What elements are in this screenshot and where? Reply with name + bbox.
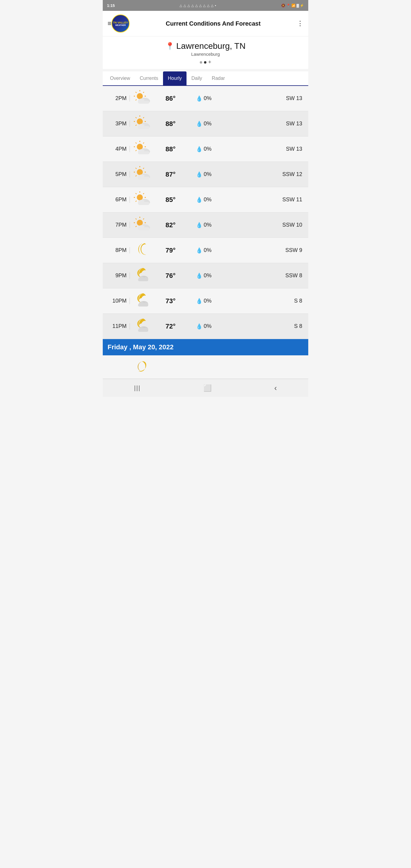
back-button[interactable]: |||	[134, 384, 141, 392]
svg-line-71	[143, 218, 144, 219]
svg-line-20	[135, 125, 136, 126]
app-header: ≡ TN VALLEY WEATHER Current Conditions A…	[103, 11, 308, 36]
hour-temp: 79°	[154, 247, 187, 254]
precip-value: 0%	[204, 121, 212, 127]
precip-value: 0%	[204, 273, 212, 279]
svg-rect-90	[138, 329, 148, 332]
svg-line-18	[135, 117, 136, 118]
rain-drop-icon: 💧	[196, 146, 202, 153]
hour-wind: SSW 8	[220, 273, 306, 279]
hourly-row: 7PM 82° 💧 0% SSW 10	[103, 213, 308, 238]
tab-hourly[interactable]: Hourly	[163, 71, 187, 85]
svg-line-7	[135, 99, 136, 100]
rain-drop-icon: 💧	[196, 222, 202, 228]
hour-icon	[130, 317, 154, 335]
hour-wind: SSW 12	[220, 171, 306, 178]
hour-precip: 💧 0%	[187, 196, 220, 203]
hour-icon	[130, 165, 154, 183]
hourly-row: 3PM 88° 💧 0% SW 13	[103, 111, 308, 136]
hour-temp: 82°	[154, 221, 187, 229]
tabs-bar: Overview Currents Hourly Daily Radar	[103, 71, 308, 86]
hour-wind: SSW 9	[220, 247, 306, 253]
precip-value: 0%	[204, 323, 212, 330]
hour-time: 2PM	[103, 95, 130, 101]
precip-value: 0%	[204, 95, 212, 101]
location-section: 📍 Lawrenceburg, TN Lawrenceburg +	[103, 36, 308, 69]
location-dots: +	[103, 59, 308, 65]
rain-drop-icon: 💧	[196, 323, 202, 330]
rain-drop-icon: 💧	[196, 171, 202, 178]
hour-time: 5PM	[103, 171, 130, 178]
svg-line-33	[135, 150, 136, 151]
svg-rect-86	[138, 304, 148, 307]
svg-line-59	[135, 201, 136, 202]
hour-precip: 💧 0%	[187, 222, 220, 228]
hour-icon	[130, 191, 154, 209]
svg-line-70	[135, 218, 136, 219]
forward-button[interactable]: ‹	[274, 383, 277, 393]
svg-rect-51	[138, 177, 150, 180]
rain-drop-icon: 💧	[196, 121, 202, 127]
hour-icon	[130, 216, 154, 234]
rain-drop-icon: 💧	[196, 95, 202, 102]
svg-line-44	[135, 168, 136, 169]
hour-temp: 88°	[154, 145, 187, 153]
location-dot-1[interactable]	[200, 61, 202, 64]
tab-radar[interactable]: Radar	[207, 71, 230, 85]
svg-line-6	[143, 92, 144, 93]
next-hour-icon	[130, 359, 154, 375]
hour-wind: SW 13	[220, 121, 306, 127]
hour-temp: 85°	[154, 196, 187, 204]
hamburger-menu-icon[interactable]: ≡	[107, 20, 112, 27]
hourly-row: 11PM 72° 💧 0% S 8	[103, 314, 308, 339]
precip-value: 0%	[204, 171, 212, 178]
hour-temp: 73°	[154, 297, 187, 305]
status-alerts: △ △ △ △ △ △ △ △ △ •	[180, 4, 216, 7]
location-dot-2[interactable]	[204, 61, 207, 64]
svg-rect-64	[138, 202, 150, 205]
hour-precip: 💧 0%	[187, 298, 220, 304]
hour-temp: 76°	[154, 272, 187, 280]
hour-time: 8PM	[103, 247, 130, 253]
rain-drop-icon: 💧	[196, 196, 202, 203]
precip-value: 0%	[204, 298, 212, 304]
hour-wind: SSW 10	[220, 222, 306, 228]
app-logo: TN VALLEY WEATHER	[112, 14, 130, 33]
hour-temp: 87°	[154, 170, 187, 179]
hour-wind: S 8	[220, 298, 306, 304]
add-location-icon[interactable]: +	[208, 59, 212, 65]
hour-wind: SW 13	[220, 95, 306, 101]
home-button[interactable]: ⬜	[203, 384, 212, 392]
svg-point-78	[136, 244, 144, 255]
tab-daily[interactable]: Daily	[187, 71, 207, 85]
hour-wind: SW 13	[220, 146, 306, 152]
hour-precip: 💧 0%	[187, 121, 220, 127]
tab-currents[interactable]: Currents	[135, 71, 163, 85]
hour-precip: 💧 0%	[187, 273, 220, 279]
hour-time: 4PM	[103, 146, 130, 152]
svg-rect-12	[138, 101, 150, 104]
hour-precip: 💧 0%	[187, 95, 220, 102]
bottom-nav: ||| ⬜ ‹	[103, 379, 308, 397]
location-city: Lawrenceburg, TN	[176, 41, 246, 51]
hourly-row: 8PM 79° 💧 0% SSW 9	[103, 238, 308, 263]
logo-valley: WEATHER	[115, 24, 126, 26]
hour-wind: S 8	[220, 323, 306, 330]
precip-value: 0%	[204, 196, 212, 203]
location-sub: Lawrenceburg	[103, 52, 308, 57]
precip-value: 0%	[204, 146, 212, 152]
hour-icon	[130, 115, 154, 133]
hour-precip: 💧 0%	[187, 247, 220, 254]
hour-time: 3PM	[103, 121, 130, 127]
hour-temp: 86°	[154, 95, 187, 102]
tab-overview[interactable]: Overview	[105, 71, 135, 85]
hour-temp: 88°	[154, 120, 187, 128]
precip-value: 0%	[204, 222, 212, 228]
hour-icon	[130, 90, 154, 107]
more-options-icon[interactable]: ⋮	[297, 20, 304, 27]
svg-line-57	[135, 193, 136, 194]
rain-drop-icon: 💧	[196, 298, 202, 304]
status-bar: 1:15 △ △ △ △ △ △ △ △ △ • 🔕 📍 📶 ▓ ⚡	[103, 0, 308, 11]
svg-line-5	[135, 92, 136, 93]
precip-value: 0%	[204, 247, 212, 253]
